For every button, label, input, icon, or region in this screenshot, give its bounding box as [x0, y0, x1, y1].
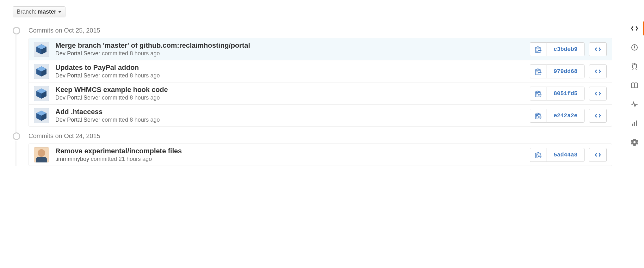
branch-select[interactable]: Branch: master [13, 6, 65, 17]
repo-nav-pulls[interactable] [625, 57, 644, 76]
commit-verb: committed [91, 156, 117, 162]
commit-time: 8 hours ago [130, 72, 160, 79]
copy-sha-button[interactable] [530, 148, 547, 162]
issue-icon [631, 44, 638, 51]
repo-nav-settings[interactable] [625, 133, 644, 152]
commit-time: 8 hours ago [130, 94, 160, 101]
browse-code-button[interactable] [589, 109, 607, 123]
commit-author[interactable]: Dev Portal Server [55, 50, 100, 57]
browse-code-button[interactable] [589, 42, 607, 56]
commit-group: Commits on Oct 25, 2015Merge branch 'mas… [13, 27, 612, 127]
repo-nav-code[interactable] [625, 19, 644, 38]
commit-row: Updates to PayPal addonDev Portal Server… [29, 60, 612, 82]
timeline-dot-icon [13, 27, 20, 34]
svg-rect-15 [634, 122, 635, 126]
pulse-icon [631, 101, 638, 107]
commit-author[interactable]: Dev Portal Server [55, 94, 100, 101]
repo-nav-wiki[interactable] [625, 76, 644, 95]
avatar[interactable] [34, 108, 49, 123]
commit-title[interactable]: Add .htaccess [55, 108, 530, 116]
repo-nav-pulse[interactable] [625, 95, 644, 114]
commit-author[interactable]: timmmmyboy [55, 156, 89, 162]
commit-sha-button[interactable]: e242a2e [547, 109, 585, 123]
code-icon [595, 69, 601, 74]
branch-name: master [38, 9, 56, 15]
code-icon [595, 153, 601, 157]
browse-code-button[interactable] [589, 64, 607, 78]
commit-group-title: Commits on Oct 25, 2015 [28, 27, 100, 34]
chevron-down-icon [58, 11, 61, 13]
avatar[interactable] [34, 64, 49, 79]
commit-row: Keep WHMCS example hook codeDev Portal S… [29, 82, 612, 104]
commit-sha-button[interactable]: 8051fd5 [547, 87, 585, 100]
commit-group-title: Commits on Oct 24, 2015 [28, 132, 100, 140]
commit-author[interactable]: Dev Portal Server [55, 72, 100, 79]
gear-icon [631, 139, 638, 146]
commit-verb: committed [102, 72, 128, 79]
commit-verb: committed [102, 50, 128, 57]
copy-sha-button[interactable] [530, 109, 547, 123]
pr-icon [631, 63, 638, 70]
graph-icon [631, 120, 638, 126]
code-icon [631, 26, 638, 31]
commit-time: 8 hours ago [130, 117, 160, 123]
copy-sha-button[interactable] [530, 87, 547, 100]
commit-row: Merge branch 'master' of github.com:recl… [29, 38, 612, 60]
commit-verb: committed [102, 117, 128, 123]
code-icon [595, 91, 601, 96]
svg-rect-16 [636, 120, 637, 126]
commit-list: Remove experimental/incomplete filestimm… [28, 143, 612, 166]
commit-list: Merge branch 'master' of github.com:recl… [28, 38, 612, 127]
commit-group-header: Commits on Oct 25, 2015 [13, 27, 612, 34]
commit-group-header: Commits on Oct 24, 2015 [13, 132, 612, 140]
commit-title[interactable]: Remove experimental/incomplete files [55, 147, 530, 155]
commit-sha-button[interactable]: 5ad44a8 [547, 148, 585, 162]
commit-meta: Dev Portal Server committed 8 hours ago [55, 117, 530, 123]
repo-nav-graphs[interactable] [625, 114, 644, 133]
commit-meta: Dev Portal Server committed 8 hours ago [55, 50, 530, 57]
svg-point-13 [634, 49, 635, 49]
commit-title[interactable]: Merge branch 'master' of github.com:recl… [55, 41, 530, 50]
browse-code-button[interactable] [589, 148, 607, 162]
browse-code-button[interactable] [589, 87, 607, 100]
commit-verb: committed [102, 94, 128, 101]
commit-group: Commits on Oct 24, 2015Remove experiment… [13, 132, 612, 166]
commit-author[interactable]: Dev Portal Server [55, 117, 100, 123]
avatar[interactable] [34, 86, 49, 101]
commit-row: Remove experimental/incomplete filestimm… [29, 144, 612, 166]
commit-title[interactable]: Updates to PayPal addon [55, 64, 530, 72]
copy-sha-button[interactable] [530, 64, 547, 78]
commit-row: Add .htaccessDev Portal Server committed… [29, 104, 612, 126]
commit-meta: timmmmyboy committed 21 hours ago [55, 156, 530, 162]
book-icon [631, 82, 638, 88]
timeline-dot-icon [13, 132, 20, 140]
svg-rect-14 [632, 124, 633, 126]
commit-sha-button[interactable]: 979dd68 [547, 64, 585, 78]
repo-nav-rail [625, 0, 644, 166]
repo-nav-issues[interactable] [625, 38, 644, 57]
commit-timeline: Commits on Oct 25, 2015Merge branch 'mas… [13, 27, 612, 166]
avatar[interactable] [34, 147, 49, 162]
commit-meta: Dev Portal Server committed 8 hours ago [55, 94, 530, 101]
code-icon [595, 113, 601, 118]
commit-sha-button[interactable]: c3bdeb9 [547, 42, 585, 56]
copy-sha-button[interactable] [530, 42, 547, 56]
commit-title[interactable]: Keep WHMCS example hook code [55, 86, 530, 94]
branch-label: Branch: [17, 9, 36, 15]
commit-time: 8 hours ago [130, 50, 160, 57]
code-icon [595, 47, 601, 52]
commit-time: 21 hours ago [119, 156, 152, 162]
avatar[interactable] [34, 42, 49, 57]
commit-meta: Dev Portal Server committed 8 hours ago [55, 72, 530, 79]
